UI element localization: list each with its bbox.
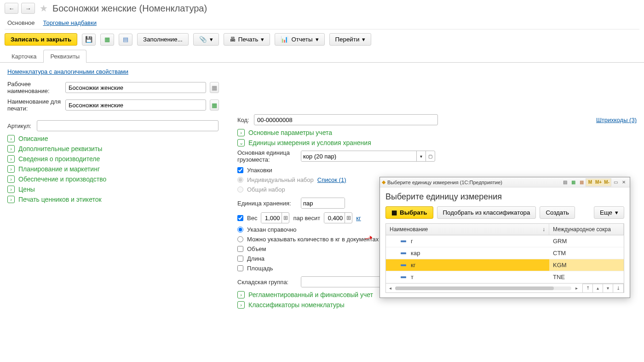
weight-val-input[interactable]: [324, 213, 345, 223]
more-button[interactable]: Еще▾: [594, 206, 624, 219]
scroll-right-icon[interactable]: ▸: [572, 286, 581, 291]
weight-val-combo[interactable]: ⊞: [324, 212, 352, 223]
mplus-button[interactable]: M+: [594, 179, 603, 186]
section-print-tags[interactable]: ›Печать ценников и этикеток: [7, 196, 219, 203]
scroll-left-icon[interactable]: ◂: [386, 286, 394, 291]
volume-checkbox[interactable]: [237, 246, 243, 252]
print-name-input[interactable]: [65, 99, 206, 111]
select-button[interactable]: ▦Выбрать: [385, 206, 433, 219]
reports-button[interactable]: 📊Отчеты▾: [275, 33, 324, 46]
ref-specified-radio[interactable]: [237, 227, 243, 233]
tag-button[interactable]: ▦: [100, 34, 114, 46]
section-extra[interactable]: ›Дополнительные реквизиты: [7, 145, 219, 152]
section-supply[interactable]: ›Обеспечение и производство: [7, 175, 219, 183]
copy-up-button[interactable]: ▦: [210, 99, 219, 111]
code-input[interactable]: [254, 114, 438, 125]
common-set-label: Общий набор: [247, 186, 285, 193]
calendar-icon[interactable]: ▦: [577, 179, 586, 186]
attach-button[interactable]: 📎▾: [193, 33, 219, 46]
section-units-storage[interactable]: ⌄Единицы измерения и условия хранения: [237, 139, 637, 146]
open-icon[interactable]: ▢: [426, 151, 435, 161]
section-manuf[interactable]: ›Сведения о производителе: [7, 155, 219, 163]
warehouse-group-combo[interactable]: [301, 276, 393, 287]
copy-down-button[interactable]: ▦: [210, 82, 219, 93]
chevron-right-icon: ›: [7, 155, 15, 163]
storage-unit-combo[interactable]: …: [301, 198, 345, 209]
nav-up[interactable]: ▴: [593, 284, 603, 292]
tab-props[interactable]: Реквизиты: [43, 50, 86, 63]
chart-icon: 📊: [281, 36, 288, 43]
can-qty-kg-radio[interactable]: [237, 236, 243, 242]
section-main-params[interactable]: ›Основные параметры учета: [237, 129, 637, 136]
modal-heading: Выберите единицу измерения: [385, 192, 624, 202]
sub-nav: Основное Торговые надбавки: [0, 17, 644, 29]
doc-icon[interactable]: ▤: [561, 179, 569, 186]
article-input[interactable]: [37, 120, 218, 131]
table-row[interactable]: гGRM: [386, 235, 624, 247]
unit-intl: CTM: [553, 250, 566, 257]
chevron-right-icon: ›: [7, 135, 15, 142]
warehouse-group-input[interactable]: [301, 277, 392, 287]
packs-checkbox[interactable]: [237, 167, 243, 173]
nav-forward-button[interactable]: →: [21, 3, 35, 14]
goto-button[interactable]: Перейти▾: [329, 33, 372, 46]
column-intl[interactable]: Международное сокра: [549, 224, 624, 235]
unit-intl: TNE: [553, 274, 565, 280]
column-left: Номенклатура с аналогичными свойствами Р…: [7, 68, 219, 311]
maximize-icon[interactable]: ▭: [611, 179, 620, 186]
indiv-set-radio: [237, 177, 243, 183]
section-prices[interactable]: ›Цены: [7, 186, 219, 193]
weight-qty-input[interactable]: [261, 213, 282, 223]
storage-unit-input[interactable]: [301, 198, 345, 208]
fill-button[interactable]: Заполнение...: [137, 33, 189, 46]
section-classifiers[interactable]: ›Классификаторы номенклатуры: [237, 301, 637, 309]
close-icon[interactable]: ✕: [620, 179, 628, 186]
table-row[interactable]: кгKGM: [386, 259, 624, 271]
chevron-down-icon[interactable]: ▾: [416, 151, 426, 161]
area-checkbox[interactable]: [237, 265, 243, 271]
section-desc[interactable]: ›Описание: [7, 135, 219, 142]
main-unit-input[interactable]: [301, 151, 416, 161]
column-name[interactable]: Наименование↓: [386, 224, 549, 235]
calculator-icon[interactable]: ⊞: [282, 213, 289, 223]
top-bar: ← → ★ Босоножки женские (Номенклатура): [0, 0, 644, 17]
subnav-markup[interactable]: Торговые надбавки: [43, 19, 97, 26]
section-plan[interactable]: ›Планирование и маркетинг: [7, 165, 219, 173]
chevron-right-icon: ›: [237, 129, 245, 136]
tabs: Карточка Реквизиты: [0, 49, 644, 63]
calculator-icon[interactable]: ⊞: [345, 213, 352, 223]
unit-name: кар: [411, 250, 420, 257]
star-icon[interactable]: ★: [40, 3, 48, 14]
mminus-button[interactable]: M-: [603, 179, 611, 186]
subnav-main[interactable]: Основное: [7, 19, 35, 26]
m-button[interactable]: M: [586, 179, 594, 186]
save-button[interactable]: 💾: [82, 34, 96, 46]
similar-link[interactable]: Номенклатура с аналогичными свойствами: [7, 68, 128, 75]
modal-window-title: Выберите единицу измерения (1С:Предприят…: [387, 180, 502, 185]
print-button[interactable]: 🖶Печать▾: [224, 33, 270, 46]
nav-back-button[interactable]: ←: [5, 3, 18, 14]
chevron-right-icon: ›: [7, 165, 15, 173]
tab-card[interactable]: Карточка: [5, 50, 43, 63]
list-button[interactable]: ▤: [119, 34, 132, 46]
weight-unit-link[interactable]: кг: [356, 215, 361, 222]
barcodes-link[interactable]: Штрихкоды (3): [596, 117, 637, 123]
unit-intl: KGM: [553, 262, 567, 269]
weight-checkbox[interactable]: [237, 215, 243, 221]
nav-buttons: ⤒ ▴ ▾ ⤓: [582, 284, 624, 293]
pick-classifier-button[interactable]: Подобрать из классификатора: [437, 206, 536, 219]
list-link[interactable]: Список (1): [317, 176, 346, 183]
nav-first[interactable]: ⤒: [583, 284, 593, 292]
main-unit-combo[interactable]: ▾ ▢: [301, 151, 435, 162]
nav-down[interactable]: ▾: [603, 284, 613, 292]
table-row[interactable]: тTNE: [386, 271, 624, 283]
nav-last[interactable]: ⤓: [613, 284, 623, 292]
create-button[interactable]: Создать: [540, 206, 575, 219]
horizontal-scrollbar[interactable]: ◂ ▸ ⤒ ▴ ▾ ⤓: [386, 283, 624, 292]
table-icon[interactable]: ▦: [569, 179, 577, 186]
weight-qty-combo[interactable]: ⊞: [261, 212, 289, 223]
table-row[interactable]: карCTM: [386, 247, 624, 259]
save-close-button[interactable]: Записать и закрыть: [5, 33, 77, 46]
work-name-input[interactable]: [65, 82, 206, 93]
length-checkbox[interactable]: [237, 256, 243, 262]
